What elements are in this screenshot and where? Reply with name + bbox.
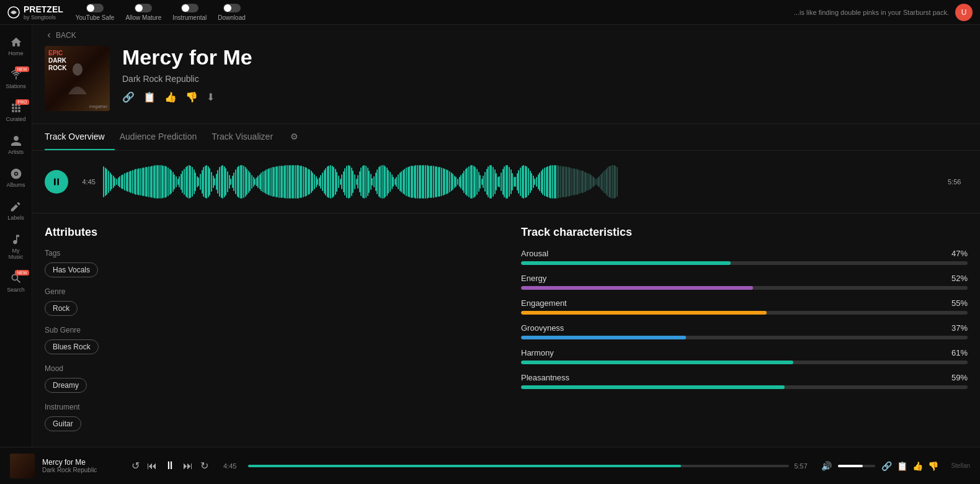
- char-bar-fill: [521, 385, 785, 389]
- album-art: EPIC DARK ROCK megatrax: [45, 46, 110, 111]
- toggle-download[interactable]: Download: [218, 4, 245, 21]
- sidebar-label-home: Home: [8, 50, 23, 56]
- char-value: 55%: [951, 298, 968, 308]
- char-bar-fill: [521, 286, 753, 290]
- tag-has-vocals[interactable]: Has Vocals: [45, 262, 98, 277]
- char-bar-fill: [521, 336, 686, 339]
- copy-link-button[interactable]: 🔗: [122, 91, 135, 103]
- back-button[interactable]: BACK: [45, 31, 76, 40]
- sidebar-item-artists[interactable]: Artists: [2, 130, 30, 160]
- track-info: Mercy for Me Dark Rock Republic 🔗 📋 👍 👎 …: [122, 46, 968, 103]
- waveform-time-start: 4:45: [76, 178, 96, 186]
- forward-button[interactable]: ↻: [200, 460, 208, 472]
- download-track-button[interactable]: ⬇: [207, 91, 215, 103]
- add-to-list-button[interactable]: 📋: [143, 91, 156, 103]
- waveform-divider: [32, 213, 980, 213]
- tab-visualizer[interactable]: Track Visualizer: [212, 124, 283, 150]
- toggle-instrumental-switch[interactable]: [181, 4, 198, 12]
- char-bar-bg: [521, 336, 968, 339]
- player-right: 🔊 🔗 📋 👍 👎: [821, 461, 938, 471]
- mood-group: Mood Dreamy: [45, 364, 496, 393]
- pretzel-logo-icon: [7, 6, 20, 19]
- bottom-player: Mercy for Me Dark Rock Republic ↺ ⏮ ⏸ ⏭ …: [0, 447, 980, 484]
- char-value: 59%: [951, 373, 968, 382]
- sidebar-item-stations[interactable]: Stations NEW: [2, 64, 30, 94]
- char-value: 52%: [951, 274, 968, 283]
- album-art-text: EPIC DARK ROCK: [48, 50, 66, 72]
- player-progress-bar[interactable]: [248, 465, 789, 467]
- char-value: 47%: [951, 249, 968, 258]
- toggle-instrumental[interactable]: Instrumental: [172, 4, 207, 21]
- genre-label: Genre: [45, 287, 496, 296]
- toggle-youtube[interactable]: YouTube Safe: [76, 4, 115, 21]
- tag-dreamy[interactable]: Dreamy: [45, 378, 87, 393]
- player-progress-fill: [248, 465, 681, 467]
- toggle-youtube-label: YouTube Safe: [76, 14, 115, 21]
- tag-rock[interactable]: Rock: [45, 301, 78, 316]
- sidebar-label-stations: Stations: [6, 83, 26, 89]
- char-item-arousal: Arousal 47%: [521, 249, 968, 265]
- instrument-list: Guitar: [45, 416, 496, 431]
- characteristics-section: Track characteristics Arousal 47% Energy…: [521, 226, 968, 447]
- search-badge: NEW: [15, 270, 29, 276]
- sidebar-item-mymusic[interactable]: My Music: [2, 228, 30, 265]
- waveform-time-end: 5:56: [948, 178, 968, 186]
- player-track-artist: Dark Rock Republic: [42, 467, 117, 473]
- album-figure: [65, 60, 90, 97]
- waveform-display[interactable]: [103, 163, 940, 200]
- player-like-icon[interactable]: 👍: [912, 461, 923, 471]
- player-pause-button[interactable]: ⏸: [164, 459, 176, 472]
- char-name: Energy: [521, 274, 546, 283]
- volume-slider[interactable]: [838, 465, 875, 467]
- mood-list: Dreamy: [45, 378, 496, 393]
- track-artist: Dark Rock Republic: [122, 74, 968, 84]
- tab-prediction[interactable]: Audience Prediction: [120, 124, 207, 150]
- tab-overview[interactable]: Track Overview: [45, 124, 115, 150]
- marquee-text: ...is like finding double pinks in your …: [794, 9, 949, 16]
- waveform-section: 4:45 5:56: [32, 151, 980, 213]
- user-avatar[interactable]: U: [955, 4, 973, 21]
- player-progress: 4:45 5:57: [223, 462, 814, 470]
- sidebar-item-curated[interactable]: Curated PRO: [2, 97, 30, 127]
- characteristics-title: Track characteristics: [521, 226, 968, 239]
- tag-blues-rock[interactable]: Blues Rock: [45, 339, 99, 354]
- tags-list: Has Vocals: [45, 262, 496, 277]
- sidebar-item-labels[interactable]: Labels: [2, 195, 30, 226]
- toggle-download-switch[interactable]: [223, 4, 241, 12]
- sidebar-item-albums[interactable]: Albums: [2, 163, 30, 193]
- toggle-download-label: Download: [218, 14, 245, 21]
- toggle-mature-switch[interactable]: [135, 4, 152, 12]
- player-action-icons: 🔗 📋 👍 👎: [881, 461, 938, 471]
- pause-icon: [51, 177, 61, 187]
- sidebar-item-home[interactable]: Home: [2, 31, 30, 61]
- player-extra: Stellan: [951, 462, 970, 469]
- sidebar-item-search[interactable]: Search NEW: [2, 267, 30, 298]
- repeat-button[interactable]: ↺: [131, 460, 140, 472]
- tag-guitar[interactable]: Guitar: [45, 416, 81, 431]
- char-name: Arousal: [521, 249, 548, 258]
- next-button[interactable]: ⏭: [183, 460, 193, 472]
- content-area: BACK EPIC DARK ROCK megatrax: [32, 25, 980, 447]
- characteristics-list: Arousal 47% Energy 52% Engagement 55%: [521, 249, 968, 389]
- char-name: Groovyness: [521, 323, 564, 333]
- toggle-mature[interactable]: Allow Mature: [125, 4, 161, 21]
- topbar: PRETZEL by Songtools YouTube Safe Allow …: [0, 0, 980, 25]
- char-bar-bg: [521, 286, 968, 290]
- toggle-youtube-switch[interactable]: [86, 4, 104, 12]
- char-bar-fill: [521, 361, 793, 364]
- player-link-icon[interactable]: 🔗: [881, 461, 892, 471]
- svg-rect-3: [57, 179, 59, 186]
- settings-icon[interactable]: ⚙: [290, 124, 298, 150]
- attributes-section: Attributes Tags Has Vocals Genre Rock Su…: [45, 226, 496, 447]
- volume-icon[interactable]: 🔊: [821, 461, 832, 471]
- tags-group: Tags Has Vocals: [45, 249, 496, 277]
- artists-icon: [10, 135, 22, 147]
- thumbs-down-button[interactable]: 👎: [185, 91, 198, 103]
- player-add-icon[interactable]: 📋: [897, 461, 907, 471]
- prev-button[interactable]: ⏮: [147, 460, 157, 472]
- player-dislike-icon[interactable]: 👎: [928, 461, 938, 471]
- albums-icon: [10, 168, 22, 180]
- pause-button[interactable]: [45, 170, 68, 194]
- char-name: Pleasantness: [521, 373, 569, 382]
- thumbs-up-button[interactable]: 👍: [164, 91, 177, 103]
